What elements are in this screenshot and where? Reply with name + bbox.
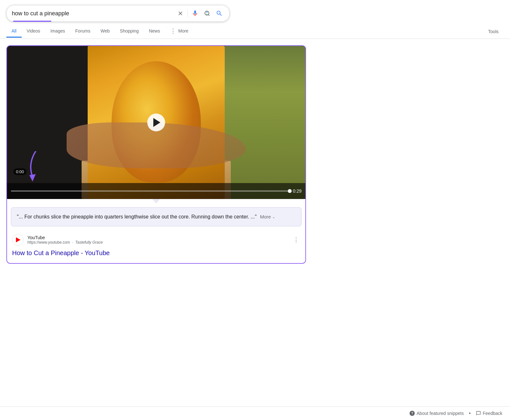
tab-videos[interactable]: Videos — [22, 25, 46, 38]
feedback-label: Feedback — [483, 411, 502, 416]
youtube-logo — [12, 234, 24, 246]
lens-button[interactable] — [202, 9, 212, 18]
progress-thumb — [288, 189, 292, 193]
play-button[interactable] — [147, 114, 165, 131]
more-dots-icon: ⋮ — [170, 27, 176, 34]
search-button[interactable] — [215, 9, 224, 18]
featured-snippet-card: 0:00 0:29 "... For chunks slice the pine… — [6, 45, 306, 264]
arrow-icon — [26, 151, 45, 183]
divider — [187, 10, 188, 17]
transcript-box: "... For chunks slice the pineapple into… — [11, 207, 302, 226]
about-snippets-label: About featured snippets — [417, 411, 464, 416]
video-duration: 0:29 — [293, 188, 302, 194]
source-name: YouTube — [27, 235, 288, 240]
play-triangle-icon — [153, 118, 160, 127]
tools-button[interactable]: Tools — [483, 26, 504, 37]
source-url: https://www.youtube.com · Tastefully Gra… — [27, 240, 288, 245]
search-underline — [13, 21, 51, 22]
video-bg-right — [225, 46, 305, 199]
transcript-more-link[interactable]: More ⌄ — [260, 214, 275, 219]
mic-icon — [192, 10, 199, 17]
tab-all[interactable]: All — [6, 25, 22, 38]
tab-shopping[interactable]: Shopping — [115, 25, 144, 38]
search-input[interactable] — [12, 10, 173, 17]
progress-track[interactable] — [11, 190, 290, 192]
youtube-play-icon — [16, 237, 20, 242]
source-row: YouTube https://www.youtube.com · Tastef… — [7, 230, 305, 248]
main-content: 0:00 0:29 "... For chunks slice the pine… — [0, 39, 312, 275]
search-icon — [216, 10, 223, 17]
about-snippets-link[interactable]: ? About featured snippets — [410, 411, 464, 416]
feedback-link[interactable]: Feedback — [476, 411, 502, 416]
svg-point-1 — [206, 12, 208, 13]
tab-web[interactable]: Web — [96, 25, 115, 38]
time-badge: 0:00 — [13, 168, 26, 175]
source-author: Tastefully Grace — [75, 240, 103, 245]
video-player[interactable]: 0:00 0:29 — [7, 46, 305, 199]
tab-more[interactable]: ⋮ More — [165, 24, 193, 39]
source-info: YouTube https://www.youtube.com · Tastef… — [27, 235, 288, 245]
search-container — [0, 0, 510, 22]
lens-icon — [204, 10, 211, 17]
tab-forums[interactable]: Forums — [70, 25, 95, 38]
arrow-annotation — [26, 151, 45, 184]
clear-button[interactable] — [176, 9, 185, 18]
tab-news[interactable]: News — [144, 25, 165, 38]
footer-separator: • — [469, 410, 471, 416]
search-bar — [6, 5, 229, 22]
progress-bar[interactable]: 0:29 — [7, 183, 305, 199]
caption-triangle — [152, 199, 160, 203]
source-more-button[interactable]: ⋮ — [292, 235, 300, 245]
nav-tabs: All Videos Images Forums Web Shopping Ne… — [0, 22, 510, 39]
info-icon: ? — [410, 411, 415, 416]
transcript-text: "... For chunks slice the pineapple into… — [17, 213, 295, 221]
video-title-link[interactable]: How to Cut a Pineapple - YouTube — [7, 248, 305, 263]
close-icon — [177, 10, 184, 17]
page-footer: ? About featured snippets • Feedback — [0, 406, 510, 420]
tab-images[interactable]: Images — [45, 25, 70, 38]
mic-button[interactable] — [190, 9, 200, 18]
svg-marker-2 — [29, 174, 36, 181]
feedback-icon — [476, 411, 481, 416]
chevron-down-icon: ⌄ — [272, 215, 275, 219]
